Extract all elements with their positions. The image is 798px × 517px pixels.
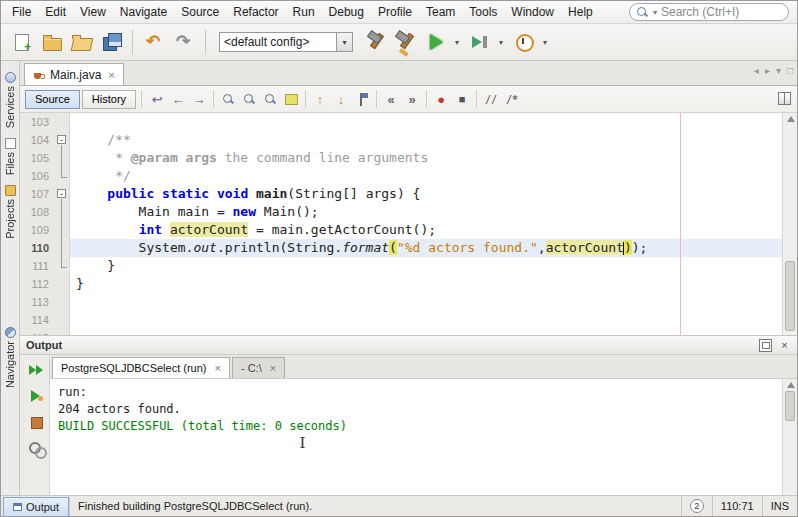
find-previous-icon[interactable]	[239, 89, 259, 109]
menu-source[interactable]: Source	[174, 2, 226, 22]
fold-margin[interactable]: -	[54, 131, 70, 149]
redo-button[interactable]	[170, 28, 198, 56]
debug-project-button[interactable]	[465, 28, 493, 56]
toggle-highlight-search-icon[interactable]	[281, 89, 301, 109]
line-number[interactable]: 110	[20, 239, 54, 257]
profile-project-button[interactable]	[509, 28, 537, 56]
line-number[interactable]: 109	[20, 221, 54, 239]
previous-occurrence-icon[interactable]	[310, 89, 330, 109]
uncomment-lines-icon[interactable]	[502, 89, 522, 109]
line-number[interactable]: 106	[20, 167, 54, 185]
toggle-bookmark-icon[interactable]	[352, 89, 372, 109]
close-tab-icon[interactable]: ×	[106, 69, 114, 81]
sidebar-tab-navigator[interactable]: Navigator	[4, 322, 16, 393]
shift-line-left-icon[interactable]	[381, 89, 401, 109]
line-number[interactable]: 108	[20, 203, 54, 221]
line-number[interactable]: 114	[20, 311, 54, 329]
editor-scrollbar[interactable]	[782, 113, 797, 335]
clean-build-project-button[interactable]	[391, 28, 419, 56]
sidebar-tab-services[interactable]: Services	[4, 67, 16, 133]
menu-tools[interactable]: Tools	[462, 2, 504, 22]
menu-window[interactable]: Window	[504, 2, 561, 22]
close-tab-icon[interactable]: ×	[213, 362, 221, 374]
menu-run[interactable]: Run	[286, 2, 322, 22]
line-number[interactable]: 112	[20, 275, 54, 293]
sidebar-tab-projects[interactable]: Projects	[4, 180, 16, 244]
last-edit-position-icon[interactable]	[147, 89, 167, 109]
stop-macro-recording-icon[interactable]	[452, 89, 472, 109]
line-number[interactable]: 115	[20, 329, 54, 335]
sidebar-tab-label: Navigator	[4, 341, 16, 388]
collapse-fold-icon[interactable]: -	[57, 135, 66, 144]
menu-team[interactable]: Team	[419, 2, 462, 22]
notification-cell[interactable]: 2	[681, 496, 712, 516]
output-console[interactable]: run:204 actors found.BUILD SUCCESSFUL (t…	[50, 379, 797, 495]
maximize-window-icon[interactable]: □	[787, 65, 793, 76]
close-tab-icon[interactable]: ×	[268, 362, 276, 374]
scroll-up-icon[interactable]	[787, 382, 795, 388]
line-number[interactable]: 111	[20, 257, 54, 275]
run-project-dropdown-icon[interactable]: ▾	[451, 28, 463, 56]
menu-help[interactable]: Help	[561, 2, 600, 22]
collapse-fold-icon[interactable]: -	[57, 189, 66, 198]
run-project-button[interactable]	[421, 28, 449, 56]
menu-file[interactable]: File	[5, 2, 38, 22]
scrollbar-thumb[interactable]	[785, 391, 795, 421]
line-number[interactable]: 104	[20, 131, 54, 149]
debug-project-dropdown-icon[interactable]: ▾	[495, 28, 507, 56]
quick-search-box[interactable]: ▾ Search (Ctrl+I)	[629, 3, 789, 21]
sidebar-tab-files[interactable]: Files	[4, 133, 16, 180]
next-occurrence-icon[interactable]	[331, 89, 351, 109]
menu-refactor[interactable]: Refactor	[226, 2, 285, 22]
back-icon[interactable]	[168, 89, 188, 109]
tab-list-icon[interactable]: ▾	[776, 65, 781, 76]
line-number[interactable]: 105	[20, 149, 54, 167]
split-editor-icon[interactable]	[778, 92, 791, 105]
undo-button[interactable]	[140, 28, 168, 56]
code-editor[interactable]: 103104- /**105 * @param args the command…	[20, 113, 797, 335]
fold-margin[interactable]: -	[54, 185, 70, 203]
float-window-icon[interactable]	[759, 339, 772, 352]
line-number[interactable]: 107	[20, 185, 54, 203]
menu-debug[interactable]: Debug	[322, 2, 371, 22]
line-number[interactable]: 113	[20, 293, 54, 311]
scroll-tabs-left-icon[interactable]: ◂	[754, 65, 759, 76]
save-all-button[interactable]	[97, 28, 125, 56]
output-tab-0[interactable]: PostgreSQLJDBCSelect (run)×	[52, 357, 230, 378]
start-macro-recording-icon[interactable]	[431, 89, 451, 109]
rerun-alt-button[interactable]	[25, 385, 45, 405]
open-project-button[interactable]	[67, 28, 95, 56]
config-dropdown-icon[interactable]: ▾	[337, 32, 353, 52]
history-view-button[interactable]: History	[82, 90, 136, 109]
scroll-tabs-right-icon[interactable]: ▸	[765, 65, 770, 76]
scroll-up-icon[interactable]	[787, 116, 795, 122]
source-view-button[interactable]: Source	[25, 90, 80, 109]
rerun-button[interactable]	[25, 359, 45, 379]
find-selection-icon[interactable]	[218, 89, 238, 109]
new-project-button[interactable]	[37, 28, 65, 56]
find-next-icon[interactable]	[260, 89, 280, 109]
line-number[interactable]: 103	[20, 113, 54, 131]
output-tab-1[interactable]: - C:\×	[232, 357, 285, 378]
shift-line-right-icon[interactable]	[402, 89, 422, 109]
menu-view[interactable]: View	[73, 2, 113, 22]
forward-icon[interactable]	[189, 89, 209, 109]
menu-profile[interactable]: Profile	[371, 2, 419, 22]
stop-button[interactable]	[25, 411, 45, 431]
tab-main-java[interactable]: Main.java ×	[24, 63, 124, 85]
scrollbar-thumb[interactable]	[785, 261, 795, 331]
files-icon	[5, 138, 16, 149]
new-file-button[interactable]	[7, 28, 35, 56]
output-scrollbar[interactable]	[782, 379, 797, 495]
comment-lines-icon[interactable]	[481, 89, 501, 109]
close-output-icon[interactable]: ×	[778, 339, 791, 352]
settings-button[interactable]	[25, 437, 45, 457]
menu-edit[interactable]: Edit	[38, 2, 73, 22]
notification-badge[interactable]: 2	[690, 499, 704, 513]
profile-project-dropdown-icon[interactable]: ▾	[539, 28, 551, 56]
menu-navigate[interactable]: Navigate	[113, 2, 174, 22]
output-minimized-button[interactable]: Output	[3, 497, 69, 516]
config-combobox[interactable]: <default config>	[219, 32, 337, 52]
menu-items: FileEditViewNavigateSourceRefactorRunDeb…	[5, 5, 600, 19]
build-project-button[interactable]	[361, 28, 389, 56]
